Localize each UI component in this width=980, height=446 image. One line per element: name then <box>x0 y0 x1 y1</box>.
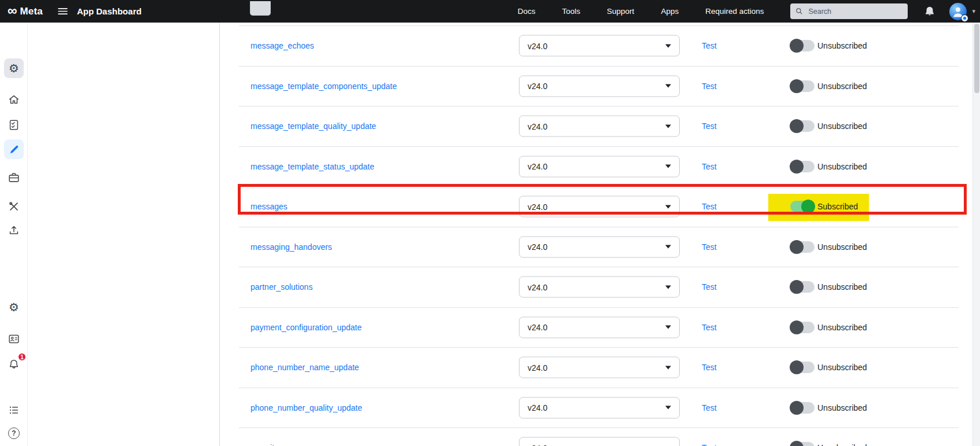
table-row: payment_configuration_update v24.0 Test … <box>239 307 959 348</box>
version-select[interactable]: v24.0 <box>519 236 680 257</box>
version-value: v24.0 <box>528 162 547 171</box>
version-select[interactable]: v24.0 <box>519 437 680 446</box>
test-button[interactable]: Test <box>702 202 717 211</box>
field-link[interactable]: message_template_components_update <box>250 82 397 91</box>
version-select[interactable]: v24.0 <box>519 75 680 97</box>
page-title: App Dashboard <box>77 6 142 16</box>
user-avatar[interactable] <box>949 3 967 20</box>
field-link[interactable]: security <box>250 443 278 446</box>
sidebar-item-help[interactable]: ? <box>4 423 24 443</box>
subscribe-toggle[interactable] <box>790 442 815 446</box>
field-link[interactable]: message_echoes <box>250 41 314 50</box>
subscribe-toggle[interactable] <box>790 201 815 212</box>
search-box[interactable] <box>790 3 908 19</box>
chevron-down-icon <box>665 84 671 88</box>
status-label: Unsubscribed <box>817 323 867 332</box>
version-select[interactable]: v24.0 <box>519 357 680 378</box>
toggle-knob <box>790 160 804 174</box>
sidebar-item-notifications[interactable]: 1 <box>4 355 24 374</box>
version-value: v24.0 <box>528 242 547 252</box>
sidebar-item-tools[interactable] <box>4 197 24 216</box>
test-button[interactable]: Test <box>702 443 717 446</box>
notification-count-badge: 1 <box>17 352 27 362</box>
subscribe-toggle[interactable] <box>790 40 815 51</box>
field-link[interactable]: payment_configuration_update <box>250 323 362 332</box>
chevron-down-icon <box>665 285 671 289</box>
chevron-down-icon[interactable]: ▾ <box>972 8 975 15</box>
test-button[interactable]: Test <box>702 41 717 50</box>
webhook-fields-table: message_echoes v24.0 Test Unsubscribed m… <box>239 25 959 446</box>
sidebar-item-app-roles[interactable] <box>4 168 24 187</box>
test-button[interactable]: Test <box>702 323 717 332</box>
sidebar-item-app-settings[interactable]: ⚙ <box>4 297 24 317</box>
sidebar-item-requirements[interactable] <box>4 115 24 135</box>
version-select[interactable]: v24.0 <box>519 196 680 218</box>
status-label: Subscribed <box>817 202 858 211</box>
version-value: v24.0 <box>528 323 547 332</box>
test-button[interactable]: Test <box>702 121 717 131</box>
test-button[interactable]: Test <box>702 162 717 171</box>
test-button[interactable]: Test <box>702 82 717 91</box>
field-link[interactable]: messaging_handovers <box>250 242 332 252</box>
test-button[interactable]: Test <box>702 282 717 292</box>
crossed-tools-icon <box>8 200 20 213</box>
test-button[interactable]: Test <box>702 363 717 372</box>
chevron-down-icon <box>665 44 671 47</box>
status-label: Unsubscribed <box>817 41 867 50</box>
bulleted-list-icon <box>8 404 20 416</box>
sidebar-item-activity-log[interactable] <box>4 400 24 420</box>
subscribe-toggle[interactable] <box>790 362 815 373</box>
subscribe-toggle[interactable] <box>790 402 815 414</box>
version-value: v24.0 <box>528 403 547 412</box>
version-value: v24.0 <box>528 82 547 91</box>
arrow-up-tray-icon <box>8 224 20 237</box>
toggle-knob <box>790 360 804 374</box>
field-link[interactable]: phone_number_quality_update <box>250 403 362 412</box>
subscribe-toggle[interactable] <box>790 241 815 253</box>
field-link[interactable]: messages <box>250 202 288 211</box>
hamburger-menu-icon[interactable] <box>58 8 68 15</box>
subscribe-toggle[interactable] <box>790 161 815 172</box>
chevron-down-icon <box>665 124 671 128</box>
vertical-scrollbar <box>972 23 980 446</box>
version-select[interactable]: v24.0 <box>519 156 680 177</box>
version-select[interactable]: v24.0 <box>519 397 680 418</box>
field-link[interactable]: phone_number_name_update <box>250 363 359 372</box>
nav-apps[interactable]: Apps <box>661 7 679 16</box>
test-button[interactable]: Test <box>702 403 717 412</box>
subscribe-toggle[interactable] <box>790 80 815 92</box>
version-select[interactable]: v24.0 <box>519 277 680 298</box>
icon-sidebar: ⚙ ⚙ <box>0 23 28 446</box>
status-label: Unsubscribed <box>817 443 867 446</box>
sidebar-item-contact-card[interactable] <box>4 329 24 349</box>
nav-tools[interactable]: Tools <box>562 7 581 16</box>
meta-logo[interactable]: ∞ Meta <box>0 5 43 18</box>
table-row: phone_number_name_update v24.0 Test Unsu… <box>239 347 959 388</box>
field-link[interactable]: message_template_quality_update <box>250 121 376 131</box>
notifications-bell-icon[interactable] <box>924 6 935 17</box>
test-button[interactable]: Test <box>702 242 717 252</box>
nav-docs[interactable]: Docs <box>518 7 536 16</box>
search-input[interactable] <box>807 7 900 16</box>
sidebar-item-edit-app[interactable] <box>4 139 24 159</box>
sidebar-item-home[interactable] <box>4 90 24 109</box>
secondary-sidebar-panel <box>28 23 220 446</box>
home-icon <box>8 93 20 106</box>
nav-support[interactable]: Support <box>607 7 634 16</box>
scrollbar-thumb[interactable] <box>974 24 979 93</box>
sidebar-item-go-live[interactable] <box>4 220 24 240</box>
version-select[interactable]: v24.0 <box>519 35 680 57</box>
sidebar-item-app-icon[interactable]: ⚙ <box>4 58 24 78</box>
subscribe-toggle[interactable] <box>790 120 815 132</box>
field-link[interactable]: message_template_status_update <box>250 162 374 171</box>
table-row: message_template_components_update v24.0… <box>239 66 959 106</box>
table-row: message_echoes v24.0 Test Unsubscribed <box>239 25 959 66</box>
webhook-fields-table-area: message_echoes v24.0 Test Unsubscribed m… <box>220 23 980 446</box>
subscribe-toggle[interactable] <box>790 322 815 333</box>
field-link[interactable]: partner_solutions <box>250 282 312 292</box>
subscribe-toggle[interactable] <box>790 281 815 293</box>
nav-required-actions[interactable]: Required actions <box>705 7 764 16</box>
toggle-knob <box>790 39 804 53</box>
version-select[interactable]: v24.0 <box>519 116 680 137</box>
version-select[interactable]: v24.0 <box>519 316 680 338</box>
